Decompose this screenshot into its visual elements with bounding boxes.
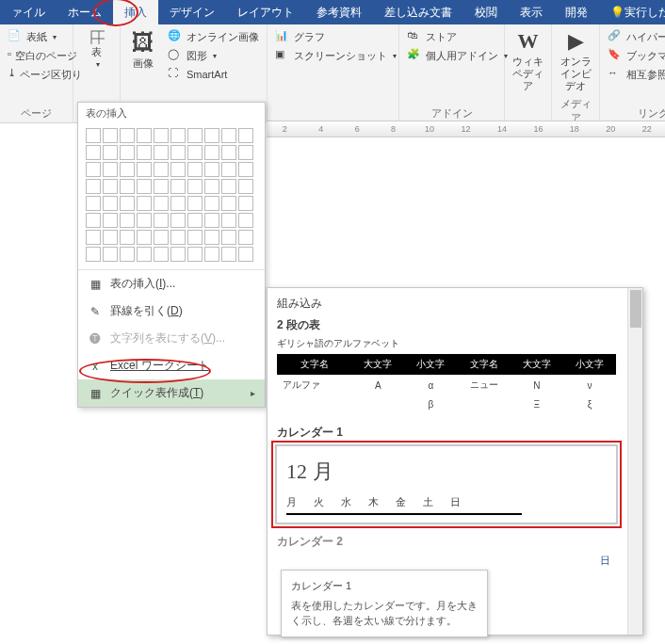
grid-cell[interactable] <box>221 145 236 160</box>
grid-cell[interactable] <box>221 196 236 211</box>
tab-home[interactable]: ホーム <box>57 0 113 24</box>
scrollbar[interactable] <box>627 288 642 635</box>
online-video-button[interactable]: ▶ オンラインビデオ <box>556 27 595 95</box>
grid-cell[interactable] <box>137 179 152 194</box>
grid-cell[interactable] <box>120 128 135 143</box>
wikipedia-button[interactable]: W ウィキペディア <box>509 27 547 95</box>
grid-cell[interactable] <box>120 196 135 211</box>
double-table-label[interactable]: 2 段の表 <box>271 314 622 337</box>
grid-cell[interactable] <box>154 230 169 245</box>
smartart-button[interactable]: ⛶SmartArt <box>164 65 263 84</box>
grid-cell[interactable] <box>238 162 253 177</box>
grid-cell[interactable] <box>170 179 186 194</box>
bookmark-button[interactable]: 🔖ブックマーク <box>604 46 665 65</box>
grid-cell[interactable] <box>221 128 236 143</box>
grid-cell[interactable] <box>137 247 152 262</box>
grid-cell[interactable] <box>238 196 253 211</box>
grid-cell[interactable] <box>187 179 203 194</box>
grid-cell[interactable] <box>86 128 101 143</box>
grid-cell[interactable] <box>120 213 135 228</box>
grid-cell[interactable] <box>103 179 118 194</box>
grid-cell[interactable] <box>137 128 152 143</box>
tab-file[interactable]: ァイル <box>0 0 57 24</box>
grid-cell[interactable] <box>137 145 152 160</box>
tab-insert[interactable]: 挿入 <box>113 0 158 24</box>
online-image-button[interactable]: 🌐オンライン画像 <box>164 27 263 46</box>
grid-cell[interactable] <box>86 162 101 177</box>
tab-layout[interactable]: レイアウト <box>226 0 305 24</box>
grid-cell[interactable] <box>137 230 152 245</box>
grid-cell[interactable] <box>120 162 135 177</box>
grid-cell[interactable] <box>154 213 169 228</box>
chart-button[interactable]: 📊グラフ <box>271 27 400 46</box>
grid-cell[interactable] <box>154 128 169 143</box>
image-button[interactable]: 🖼 画像 <box>124 27 162 72</box>
scrollbar-thumb[interactable] <box>630 290 641 328</box>
blank-page-button[interactable]: ▫空白のページ <box>4 46 69 65</box>
screenshot-button[interactable]: ▣スクリーンショット▾ <box>271 46 400 65</box>
table-button[interactable]: 表▾ <box>77 27 116 71</box>
grid-cell[interactable] <box>170 128 186 143</box>
grid-cell[interactable] <box>137 162 152 177</box>
tab-tellme[interactable]: 💡 実行したい <box>599 0 665 24</box>
calendar2-label[interactable]: カレンダー 2 <box>271 530 622 554</box>
grid-cell[interactable] <box>221 162 236 177</box>
grid-cell[interactable] <box>238 145 253 160</box>
greek-preview-table[interactable]: 文字名 大文字 小文字 文字名 大文字 小文字 アルファ A α ニュー N ν… <box>277 354 616 413</box>
grid-cell[interactable] <box>170 213 186 228</box>
grid-cell[interactable] <box>120 230 135 245</box>
grid-cell[interactable] <box>187 230 203 245</box>
grid-cell[interactable] <box>86 145 101 160</box>
grid-cell[interactable] <box>154 162 169 177</box>
grid-cell[interactable] <box>170 247 186 262</box>
tab-references[interactable]: 参考資料 <box>305 0 373 24</box>
grid-cell[interactable] <box>86 196 101 211</box>
tab-review[interactable]: 校閲 <box>463 0 509 24</box>
menu-excel[interactable]: xExcel ワークシート <box>78 352 265 379</box>
myaddins-button[interactable]: 🧩個人用アドイン▾ <box>403 46 511 65</box>
cover-page-button[interactable]: 📄表紙▾ <box>4 27 69 46</box>
grid-cell[interactable] <box>204 196 219 211</box>
grid-cell[interactable] <box>154 179 169 194</box>
grid-cell[interactable] <box>187 145 203 160</box>
grid-cell[interactable] <box>204 179 219 194</box>
grid-cell[interactable] <box>86 213 101 228</box>
grid-cell[interactable] <box>137 213 152 228</box>
grid-cell[interactable] <box>204 213 219 228</box>
grid-cell[interactable] <box>170 145 186 160</box>
grid-cell[interactable] <box>170 196 186 211</box>
grid-cell[interactable] <box>154 247 169 262</box>
grid-cell[interactable] <box>86 247 101 262</box>
store-button[interactable]: 🛍ストア <box>403 27 511 46</box>
grid-cell[interactable] <box>103 213 118 228</box>
grid-cell[interactable] <box>221 247 236 262</box>
grid-cell[interactable] <box>154 196 169 211</box>
grid-cell[interactable] <box>103 196 118 211</box>
menu-draw-table[interactable]: ✎罫線を引く(D) <box>78 298 265 325</box>
grid-cell[interactable] <box>120 179 135 194</box>
hyperlink-button[interactable]: 🔗ハイパーリンク <box>604 27 665 46</box>
grid-cell[interactable] <box>103 162 118 177</box>
table-size-grid[interactable] <box>78 124 265 269</box>
grid-cell[interactable] <box>187 196 203 211</box>
crossref-button[interactable]: ↔相互参照 <box>604 65 665 84</box>
tab-design[interactable]: デザイン <box>158 0 226 24</box>
calendar1-label[interactable]: カレンダー 1 <box>271 421 622 444</box>
grid-cell[interactable] <box>238 213 253 228</box>
grid-cell[interactable] <box>103 247 118 262</box>
grid-cell[interactable] <box>221 179 236 194</box>
grid-cell[interactable] <box>187 213 203 228</box>
grid-cell[interactable] <box>120 247 135 262</box>
tab-developer[interactable]: 開発 <box>554 0 599 24</box>
grid-cell[interactable] <box>103 145 118 160</box>
menu-quick-tables[interactable]: ▦クイック表作成(T)▸ <box>78 379 265 407</box>
grid-cell[interactable] <box>187 247 203 262</box>
grid-cell[interactable] <box>86 179 101 194</box>
grid-cell[interactable] <box>238 247 253 262</box>
grid-cell[interactable] <box>103 128 118 143</box>
grid-cell[interactable] <box>238 128 253 143</box>
shapes-button[interactable]: ◯図形▾ <box>164 46 263 65</box>
grid-cell[interactable] <box>221 230 236 245</box>
grid-cell[interactable] <box>238 230 253 245</box>
grid-cell[interactable] <box>204 247 219 262</box>
